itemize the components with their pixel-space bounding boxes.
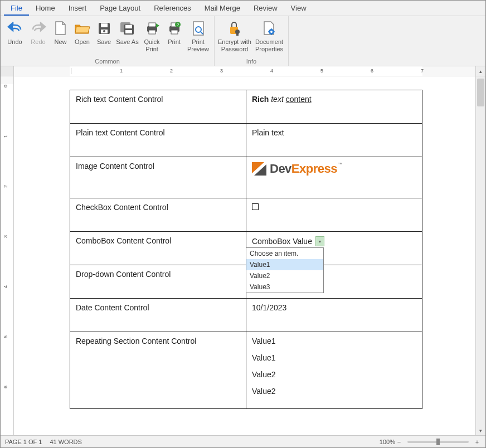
logo-tm-icon: ™ (338, 162, 343, 167)
table-row: ComboBox Content Control ComboBox Value … (70, 232, 422, 265)
print-button[interactable]: ? Print (164, 17, 185, 52)
zoom-out-button[interactable]: − (395, 439, 403, 445)
quick-print-icon (145, 20, 159, 37)
doc-props-label: Document Properties (255, 38, 283, 52)
open-label: Open (75, 38, 90, 46)
svg-rect-14 (171, 30, 178, 34)
new-button[interactable]: New (50, 17, 71, 52)
cell-value-plain[interactable]: Plain text (246, 124, 422, 157)
dropdown-item[interactable]: Value2 (246, 270, 323, 281)
rich-underline: content (286, 95, 312, 104)
quick-print-button[interactable]: Quick Print (140, 17, 164, 52)
dropdown-item[interactable]: Value1 (246, 259, 323, 270)
document-properties-icon (263, 20, 276, 37)
combobox-dropdown-button[interactable]: ▾ (315, 236, 324, 246)
combobox-value[interactable]: ComboBox Value (252, 237, 312, 246)
save-as-icon (119, 20, 136, 37)
redo-label: Redo (31, 38, 45, 46)
cell-label[interactable]: Rich text Content Control (70, 90, 246, 124)
work-area: 0 1 2 3 4 5 6 Rich text Content Control … (1, 76, 485, 435)
logo-text-dark: Dev (270, 162, 291, 176)
status-page: PAGE 1 OF 1 (5, 439, 42, 445)
cell-label[interactable]: ComboBox Content Control (70, 232, 246, 265)
cell-label[interactable]: Date Content Control (70, 299, 246, 332)
save-button[interactable]: Save (94, 17, 115, 52)
redo-button[interactable]: Redo (27, 17, 50, 52)
tab-review[interactable]: Review (247, 1, 284, 16)
svg-rect-6 (125, 25, 132, 28)
cell-label[interactable]: Image Content Control (70, 157, 246, 198)
checkbox-input[interactable] (252, 203, 259, 210)
cell-label[interactable]: Drop-down Content Control (70, 265, 246, 299)
encrypt-label: Encrypt with Password (218, 38, 251, 52)
cell-value-checkbox[interactable] (246, 198, 422, 232)
rich-bold: Rich (252, 95, 269, 104)
ribbon-group-info-label: Info (246, 58, 256, 65)
h-mark-4: 4 (270, 68, 273, 74)
tab-insert[interactable]: Insert (62, 1, 94, 16)
horizontal-ruler-row: │ 1 2 3 4 5 6 7 ▴ (1, 66, 485, 76)
tab-references[interactable]: References (147, 1, 197, 16)
tab-home[interactable]: Home (29, 1, 62, 16)
print-preview-button[interactable]: Print Preview (185, 17, 212, 52)
h-mark-3: 3 (220, 68, 223, 74)
cell-value-combobox[interactable]: ComboBox Value ▾ Choose an item. Value1 … (246, 232, 422, 265)
vertical-scrollbar[interactable]: ▾ (475, 76, 485, 435)
doc-props-button[interactable]: Document Properties (252, 17, 286, 52)
print-icon: ? (167, 20, 182, 37)
redo-icon (31, 20, 46, 37)
zoom-level[interactable]: 100% (380, 439, 395, 445)
scroll-up-button[interactable]: ▴ (475, 66, 485, 76)
table-row: CheckBox Content Control (70, 198, 422, 232)
tab-view[interactable]: View (284, 1, 313, 16)
zoom-slider[interactable] (407, 441, 469, 443)
v-mark-1: 1 (3, 135, 8, 138)
table-row: Image Content Control DevExpress™ (70, 157, 422, 198)
h-mark-5: 5 (320, 68, 323, 74)
tab-file[interactable]: File (4, 1, 29, 16)
svg-point-24 (270, 31, 273, 33)
undo-button[interactable]: Undo (3, 17, 27, 52)
rich-italic: text (271, 95, 284, 104)
cell-label[interactable]: Plain text Content Control (70, 124, 246, 157)
tab-page-layout[interactable]: Page Layout (93, 1, 147, 16)
cell-value-repeating[interactable]: Value1 Value1 Value2 Value2 (246, 332, 422, 409)
ribbon: Undo Redo New Open (1, 16, 485, 66)
ribbon-group-common: Undo Redo New Open (1, 16, 215, 66)
scroll-down-button[interactable]: ▾ (476, 426, 485, 435)
cell-value-image[interactable]: DevExpress™ (246, 157, 422, 198)
table-row: Rich text Content Control Rich text cont… (70, 90, 422, 124)
content-controls-table: Rich text Content Control Rich text cont… (70, 90, 422, 409)
cell-label[interactable]: CheckBox Content Control (70, 198, 246, 232)
ribbon-group-info: Encrypt with Password Document Propertie… (215, 16, 289, 66)
dropdown-item[interactable]: Value3 (246, 281, 323, 293)
save-as-button[interactable]: Save As (115, 17, 140, 52)
horizontal-ruler[interactable]: │ 1 2 3 4 5 6 7 (14, 66, 475, 76)
menu-tabs: File Home Insert Page Layout References … (1, 1, 485, 16)
vertical-ruler[interactable]: 0 1 2 3 4 5 6 (1, 76, 14, 435)
logo-mark-icon (252, 162, 266, 176)
cell-label[interactable]: Repeating Section Content Control (70, 332, 246, 409)
zoom-slider-knob[interactable] (436, 439, 440, 445)
svg-marker-11 (156, 23, 159, 28)
repeat-item: Value1 (252, 353, 416, 362)
status-bar: PAGE 1 OF 1 41 WORDS 100% − + (1, 435, 485, 447)
svg-rect-7 (125, 30, 132, 33)
new-label: New (54, 38, 66, 46)
cell-value-rich[interactable]: Rich text content (246, 90, 422, 124)
svg-rect-22 (236, 33, 239, 36)
zoom-in-button[interactable]: + (473, 439, 481, 445)
scrollbar-thumb[interactable] (477, 79, 484, 106)
logo-text-accent: Express (291, 162, 337, 176)
v-mark-2: 2 (3, 185, 8, 188)
document-canvas[interactable]: Rich text Content Control Rich text cont… (14, 76, 475, 435)
svg-rect-10 (149, 30, 155, 34)
new-file-icon (54, 20, 67, 37)
open-button[interactable]: Open (71, 17, 94, 52)
cell-value-date[interactable]: 10/1/2023 (246, 299, 422, 332)
open-folder-icon (74, 20, 91, 37)
encrypt-button[interactable]: Encrypt with Password (217, 17, 252, 52)
save-label: Save (97, 38, 111, 46)
dropdown-item[interactable]: Choose an item. (246, 248, 323, 259)
tab-mail-merge[interactable]: Mail Merge (198, 1, 247, 16)
